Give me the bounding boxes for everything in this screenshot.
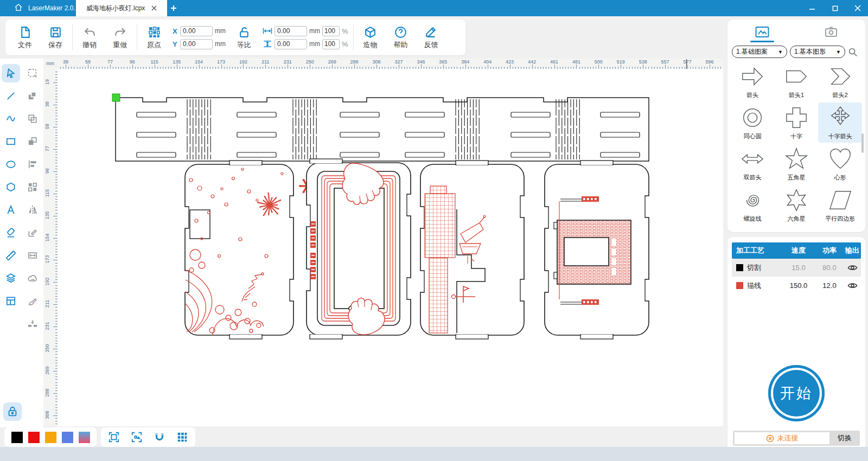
power-value[interactable]: 12.0 (815, 281, 844, 290)
origin-button[interactable]: 原点 (139, 25, 169, 50)
magnet-icon[interactable] (154, 431, 165, 443)
redo-button[interactable]: 重做 (105, 25, 135, 50)
panel-gate-building[interactable] (544, 161, 649, 339)
shape-label: 十字 (790, 132, 802, 140)
help-button[interactable]: 帮助 (386, 25, 416, 50)
speed-value[interactable]: 15.0 (782, 264, 815, 272)
undo-button[interactable]: 撤销 (74, 25, 105, 50)
category-dropdown-1[interactable]: 1.基础图案 ▼ (732, 46, 787, 58)
panel-tower-ship[interactable] (420, 161, 525, 339)
y-position-input[interactable] (180, 39, 213, 49)
grid-icon[interactable] (176, 431, 188, 443)
new-tab-button[interactable] (169, 4, 178, 12)
curve-tool[interactable] (2, 110, 20, 128)
shape-heart[interactable]: 心形 (818, 144, 862, 184)
speed-value[interactable]: 150.0 (782, 281, 815, 290)
feedback-button[interactable]: 反馈 (416, 25, 446, 50)
measure-tool[interactable] (2, 246, 20, 265)
node-edit-tool[interactable] (23, 223, 42, 242)
aspect-lock-button[interactable]: 等比 (229, 25, 259, 50)
output-eye-icon[interactable] (844, 264, 861, 271)
minimize-button[interactable] (807, 3, 817, 13)
output-eye-icon[interactable] (844, 282, 861, 289)
align-tool[interactable] (23, 155, 42, 174)
save-button[interactable]: 保存 (40, 25, 71, 50)
shape-star6[interactable]: 六角星 (775, 185, 819, 225)
process-row-切割[interactable]: 切割15.080.0 (732, 259, 861, 277)
shape-dblarrow[interactable]: 双箭头 (731, 144, 775, 184)
power-value[interactable]: 80.0 (815, 264, 844, 272)
text-tool[interactable] (2, 201, 20, 219)
shape-concentric[interactable]: 同心圆 (731, 103, 775, 143)
rect-tool[interactable] (2, 132, 20, 151)
width-input[interactable] (275, 26, 307, 36)
x-position-input[interactable] (180, 26, 213, 36)
mirror-tool[interactable] (23, 201, 42, 219)
connection-status[interactable]: 未连接 (735, 432, 829, 444)
weld-tool[interactable] (23, 269, 42, 287)
tab-gallery[interactable] (727, 20, 796, 44)
strip-part[interactable] (116, 98, 649, 161)
clone-tool[interactable] (23, 110, 42, 128)
shape-spiral[interactable]: 螺旋线 (731, 185, 775, 225)
fit-view-icon[interactable] (131, 431, 143, 443)
search-icon[interactable] (848, 47, 858, 57)
y-label: Y (173, 40, 178, 48)
shape-arrow-icon (740, 64, 765, 89)
ruler-cursor-marker (686, 59, 687, 69)
color-swatch[interactable] (28, 432, 40, 443)
tab-close-icon[interactable] (151, 5, 157, 11)
color-swatch[interactable] (62, 432, 73, 443)
close-button[interactable] (853, 3, 863, 13)
trace-tool[interactable] (23, 292, 42, 310)
color-swatch[interactable] (11, 432, 23, 443)
shape-crossarrow[interactable]: 十字箭头 (818, 103, 862, 143)
switch-device-button[interactable]: 切换 (829, 433, 860, 443)
file-button[interactable]: 文件 (10, 25, 40, 50)
shape-parallelogram[interactable]: 平行四边形 (818, 185, 862, 225)
shape-arrow[interactable]: 箭头 (731, 61, 775, 101)
ellipse-tool[interactable] (2, 155, 20, 174)
marquee-tool[interactable] (23, 64, 42, 82)
build-button[interactable]: 造物 (355, 25, 386, 50)
document-tab[interactable]: 威海地标小夜灯.lcpx (76, 0, 167, 16)
table-tool[interactable] (2, 292, 20, 310)
shape-cross[interactable]: 十字 (775, 103, 819, 143)
array-tool[interactable] (23, 178, 42, 196)
layers-tool[interactable] (2, 269, 20, 287)
gallery-scrollbar[interactable] (861, 133, 864, 153)
shape-library-panel: 1.基础图案 ▼ 1.基本图形 ▼ 箭头箭头1箭头2同心圆十字十字箭头双箭头五角… (727, 20, 865, 232)
polygon-tool[interactable] (2, 178, 20, 196)
height-percent-input[interactable] (322, 39, 340, 49)
frame-select-icon[interactable] (108, 431, 120, 443)
shape-arrow1[interactable]: 箭头1 (775, 61, 819, 101)
main-toolbar: 文件 保存 撤销 重做 原点 X mm Y (5, 20, 465, 55)
panel-sea-decor[interactable] (184, 161, 315, 339)
line-tool[interactable] (2, 87, 20, 105)
height-input[interactable] (275, 39, 307, 49)
eraser-tool[interactable] (2, 223, 20, 242)
process-row-描线[interactable]: 描线150.012.0 (732, 277, 861, 294)
width-percent-input[interactable] (322, 26, 340, 36)
dimension-tool[interactable] (23, 246, 42, 265)
select-tool[interactable] (2, 64, 20, 82)
union-tool[interactable] (23, 87, 42, 105)
x-label: X (173, 27, 178, 35)
tab-camera[interactable] (796, 20, 865, 44)
maximize-button[interactable] (830, 3, 840, 13)
design-canvas[interactable] (58, 69, 723, 426)
panel-frame-hands[interactable] (306, 159, 411, 339)
shape-arrow2[interactable]: 箭头2 (818, 61, 862, 101)
save-label: 保存 (48, 40, 62, 50)
lock-tool[interactable] (3, 402, 22, 421)
selection-origin-handle[interactable] (112, 94, 120, 101)
shape-arrow1-icon (784, 64, 809, 89)
gradient-swatch[interactable] (79, 432, 90, 443)
shape-star5[interactable]: 五角星 (775, 144, 819, 184)
break-link-tool[interactable] (23, 315, 42, 333)
subtract-tool[interactable] (23, 132, 42, 151)
start-button[interactable]: 开始 (768, 365, 825, 421)
color-swatch[interactable] (45, 432, 56, 443)
home-icon[interactable] (14, 3, 23, 12)
category-dropdown-2[interactable]: 1.基本图形 ▼ (790, 46, 845, 58)
